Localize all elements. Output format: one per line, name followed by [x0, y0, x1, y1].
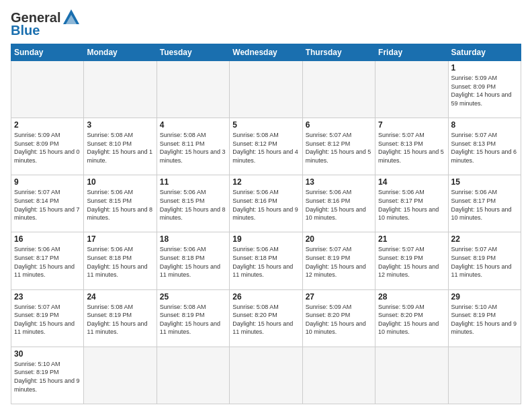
calendar-cell: 30Sunrise: 5:10 AM Sunset: 8:19 PM Dayli…: [11, 347, 84, 404]
calendar-cell: 3Sunrise: 5:08 AM Sunset: 8:10 PM Daylig…: [84, 118, 157, 175]
day-number: 17: [87, 234, 153, 244]
calendar-week-row: 1Sunrise: 5:09 AM Sunset: 8:09 PM Daylig…: [11, 61, 521, 118]
calendar-cell: 4Sunrise: 5:08 AM Sunset: 8:11 PM Daylig…: [157, 118, 229, 175]
day-info: Sunrise: 5:10 AM Sunset: 8:19 PM Dayligh…: [14, 360, 81, 394]
day-number: 24: [87, 292, 153, 302]
calendar-week-row: 16Sunrise: 5:06 AM Sunset: 8:17 PM Dayli…: [11, 232, 521, 289]
day-info: Sunrise: 5:07 AM Sunset: 8:19 PM Dayligh…: [14, 303, 81, 336]
weekday-header-friday: Friday: [375, 44, 448, 61]
calendar-cell: [11, 61, 84, 118]
day-number: 18: [160, 234, 226, 244]
day-info: Sunrise: 5:06 AM Sunset: 8:15 PM Dayligh…: [87, 188, 153, 222]
calendar-cell: [230, 347, 302, 404]
day-number: 25: [160, 292, 226, 302]
day-info: Sunrise: 5:08 AM Sunset: 8:19 PM Dayligh…: [87, 303, 153, 336]
day-info: Sunrise: 5:07 AM Sunset: 8:14 PM Dayligh…: [14, 188, 81, 222]
weekday-header-row: SundayMondayTuesdayWednesdayThursdayFrid…: [11, 44, 521, 61]
calendar-cell: 24Sunrise: 5:08 AM Sunset: 8:19 PM Dayli…: [84, 289, 157, 347]
calendar-cell: 8Sunrise: 5:07 AM Sunset: 8:13 PM Daylig…: [448, 118, 521, 175]
day-number: 20: [306, 234, 372, 244]
day-number: 11: [160, 177, 226, 187]
day-number: 19: [232, 234, 299, 244]
day-info: Sunrise: 5:07 AM Sunset: 8:19 PM Dayligh…: [451, 245, 518, 279]
calendar-cell: 14Sunrise: 5:06 AM Sunset: 8:17 PM Dayli…: [375, 175, 448, 232]
calendar-cell: 13Sunrise: 5:06 AM Sunset: 8:16 PM Dayli…: [302, 175, 375, 232]
day-number: 29: [451, 292, 518, 302]
day-number: 27: [306, 292, 372, 302]
calendar-cell: 11Sunrise: 5:06 AM Sunset: 8:15 PM Dayli…: [157, 175, 229, 232]
calendar-cell: 17Sunrise: 5:06 AM Sunset: 8:18 PM Dayli…: [84, 232, 157, 289]
calendar-cell: [157, 347, 229, 404]
weekday-header-tuesday: Tuesday: [157, 44, 229, 61]
calendar-cell: 29Sunrise: 5:10 AM Sunset: 8:19 PM Dayli…: [448, 289, 521, 347]
weekday-header-sunday: Sunday: [11, 44, 84, 61]
calendar-page: General Blue SundayMondayTuesdayWednesda…: [0, 0, 532, 411]
calendar-week-row: 30Sunrise: 5:10 AM Sunset: 8:19 PM Dayli…: [11, 347, 521, 404]
day-number: 16: [14, 234, 81, 244]
day-info: Sunrise: 5:06 AM Sunset: 8:18 PM Dayligh…: [160, 245, 226, 279]
calendar-cell: [375, 61, 448, 118]
logo-triangle-icon: [62, 8, 81, 27]
calendar-cell: 5Sunrise: 5:08 AM Sunset: 8:12 PM Daylig…: [230, 118, 302, 175]
day-number: 13: [306, 177, 372, 187]
calendar-cell: 26Sunrise: 5:08 AM Sunset: 8:20 PM Dayli…: [230, 289, 302, 347]
day-info: Sunrise: 5:08 AM Sunset: 8:11 PM Dayligh…: [160, 131, 226, 165]
calendar-week-row: 9Sunrise: 5:07 AM Sunset: 8:14 PM Daylig…: [11, 175, 521, 232]
day-info: Sunrise: 5:06 AM Sunset: 8:16 PM Dayligh…: [306, 188, 372, 222]
day-info: Sunrise: 5:07 AM Sunset: 8:19 PM Dayligh…: [306, 245, 372, 279]
day-number: 3: [87, 120, 153, 130]
calendar-cell: 9Sunrise: 5:07 AM Sunset: 8:14 PM Daylig…: [11, 175, 84, 232]
calendar-cell: 7Sunrise: 5:07 AM Sunset: 8:13 PM Daylig…: [375, 118, 448, 175]
day-info: Sunrise: 5:09 AM Sunset: 8:09 PM Dayligh…: [451, 74, 518, 107]
day-info: Sunrise: 5:09 AM Sunset: 8:09 PM Dayligh…: [14, 131, 81, 165]
calendar-cell: 18Sunrise: 5:06 AM Sunset: 8:18 PM Dayli…: [157, 232, 229, 289]
day-info: Sunrise: 5:07 AM Sunset: 8:13 PM Dayligh…: [451, 131, 518, 165]
calendar-cell: 25Sunrise: 5:08 AM Sunset: 8:19 PM Dayli…: [157, 289, 229, 347]
day-info: Sunrise: 5:06 AM Sunset: 8:17 PM Dayligh…: [451, 188, 518, 222]
calendar-cell: 6Sunrise: 5:07 AM Sunset: 8:12 PM Daylig…: [302, 118, 375, 175]
calendar-cell: 12Sunrise: 5:06 AM Sunset: 8:16 PM Dayli…: [230, 175, 302, 232]
day-info: Sunrise: 5:06 AM Sunset: 8:15 PM Dayligh…: [160, 188, 226, 222]
day-info: Sunrise: 5:07 AM Sunset: 8:19 PM Dayligh…: [378, 245, 445, 279]
weekday-header-thursday: Thursday: [302, 44, 375, 61]
calendar-cell: 22Sunrise: 5:07 AM Sunset: 8:19 PM Dayli…: [448, 232, 521, 289]
day-info: Sunrise: 5:06 AM Sunset: 8:17 PM Dayligh…: [14, 245, 81, 279]
day-info: Sunrise: 5:06 AM Sunset: 8:16 PM Dayligh…: [232, 188, 299, 222]
calendar-cell: [157, 61, 229, 118]
day-number: 14: [378, 177, 445, 187]
calendar-cell: [375, 347, 448, 404]
day-info: Sunrise: 5:09 AM Sunset: 8:20 PM Dayligh…: [306, 303, 372, 336]
logo-blue: Blue: [11, 23, 40, 38]
day-info: Sunrise: 5:08 AM Sunset: 8:10 PM Dayligh…: [87, 131, 153, 165]
day-number: 15: [451, 177, 518, 187]
calendar-cell: 16Sunrise: 5:06 AM Sunset: 8:17 PM Dayli…: [11, 232, 84, 289]
calendar-cell: 2Sunrise: 5:09 AM Sunset: 8:09 PM Daylig…: [11, 118, 84, 175]
calendar-cell: 27Sunrise: 5:09 AM Sunset: 8:20 PM Dayli…: [302, 289, 375, 347]
calendar-table: SundayMondayTuesdayWednesdayThursdayFrid…: [11, 44, 521, 404]
day-number: 22: [451, 234, 518, 244]
calendar-cell: 1Sunrise: 5:09 AM Sunset: 8:09 PM Daylig…: [448, 61, 521, 118]
day-number: 12: [232, 177, 299, 187]
day-number: 30: [14, 349, 81, 359]
day-number: 2: [14, 120, 81, 130]
calendar-cell: [84, 347, 157, 404]
day-info: Sunrise: 5:06 AM Sunset: 8:17 PM Dayligh…: [378, 188, 445, 222]
calendar-cell: [448, 347, 521, 404]
calendar-cell: 28Sunrise: 5:09 AM Sunset: 8:20 PM Dayli…: [375, 289, 448, 347]
day-number: 5: [232, 120, 299, 130]
day-info: Sunrise: 5:08 AM Sunset: 8:12 PM Dayligh…: [232, 131, 299, 165]
day-info: Sunrise: 5:06 AM Sunset: 8:18 PM Dayligh…: [232, 245, 299, 279]
header: General Blue: [11, 8, 521, 38]
day-number: 26: [232, 292, 299, 302]
weekday-header-monday: Monday: [84, 44, 157, 61]
weekday-header-wednesday: Wednesday: [230, 44, 302, 61]
calendar-cell: [302, 347, 375, 404]
calendar-week-row: 23Sunrise: 5:07 AM Sunset: 8:19 PM Dayli…: [11, 289, 521, 347]
day-info: Sunrise: 5:09 AM Sunset: 8:20 PM Dayligh…: [378, 303, 445, 336]
calendar-cell: 20Sunrise: 5:07 AM Sunset: 8:19 PM Dayli…: [302, 232, 375, 289]
calendar-cell: 19Sunrise: 5:06 AM Sunset: 8:18 PM Dayli…: [230, 232, 302, 289]
calendar-week-row: 2Sunrise: 5:09 AM Sunset: 8:09 PM Daylig…: [11, 118, 521, 175]
day-info: Sunrise: 5:07 AM Sunset: 8:13 PM Dayligh…: [378, 131, 445, 165]
day-info: Sunrise: 5:08 AM Sunset: 8:20 PM Dayligh…: [232, 303, 299, 336]
day-info: Sunrise: 5:10 AM Sunset: 8:19 PM Dayligh…: [451, 303, 518, 336]
